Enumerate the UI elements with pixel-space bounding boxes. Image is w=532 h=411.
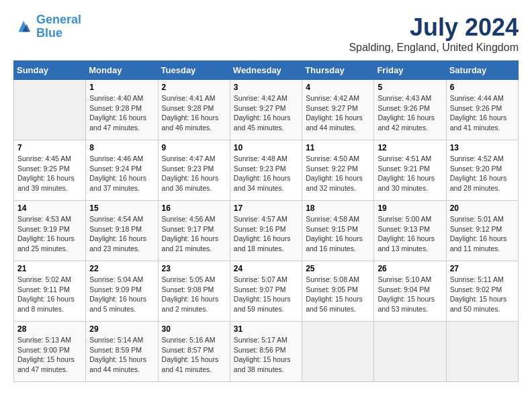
day-info: Sunrise: 4:56 AM Sunset: 9:17 PM Dayligh… [162,214,226,254]
logo-general: General [36,13,81,26]
day-info: Sunrise: 4:48 AM Sunset: 9:23 PM Dayligh… [234,154,298,193]
day-info: Sunrise: 4:50 AM Sunset: 9:22 PM Dayligh… [306,154,370,193]
day-info: Sunrise: 5:01 AM Sunset: 9:12 PM Dayligh… [450,214,515,254]
calendar-cell: 10Sunrise: 4:48 AM Sunset: 9:23 PM Dayli… [230,140,302,201]
day-info: Sunrise: 5:13 AM Sunset: 9:00 PM Dayligh… [17,335,82,375]
day-number: 27 [450,264,515,273]
calendar-cell: 5Sunrise: 4:43 AM Sunset: 9:26 PM Daylig… [374,80,446,140]
calendar-week-4: 21Sunrise: 5:02 AM Sunset: 9:11 PM Dayli… [14,261,519,322]
day-number: 7 [17,143,82,152]
day-info: Sunrise: 4:54 AM Sunset: 9:18 PM Dayligh… [89,214,154,254]
day-info: Sunrise: 4:43 AM Sunset: 9:26 PM Dayligh… [378,93,442,133]
day-number: 8 [89,143,154,152]
day-number: 21 [17,264,82,273]
day-number: 18 [306,203,370,213]
day-number: 15 [89,203,154,213]
weekday-header-tuesday: Tuesday [158,61,230,80]
logo: General Blue [13,13,81,40]
day-info: Sunrise: 4:45 AM Sunset: 9:25 PM Dayligh… [17,154,82,193]
calendar-cell: 31Sunrise: 5:17 AM Sunset: 8:56 PM Dayli… [230,322,302,382]
day-number: 29 [89,324,154,334]
calendar-cell: 9Sunrise: 4:47 AM Sunset: 9:23 PM Daylig… [158,140,230,201]
calendar-week-5: 28Sunrise: 5:13 AM Sunset: 9:00 PM Dayli… [14,322,519,382]
calendar-cell: 22Sunrise: 5:04 AM Sunset: 9:09 PM Dayli… [86,261,158,322]
logo-icon [13,17,34,37]
calendar-cell [302,322,374,382]
day-number: 5 [378,83,442,92]
day-number: 11 [306,143,370,152]
day-info: Sunrise: 5:04 AM Sunset: 9:09 PM Dayligh… [89,275,154,314]
calendar-cell: 8Sunrise: 4:46 AM Sunset: 9:24 PM Daylig… [86,140,158,201]
day-number: 26 [378,264,442,273]
calendar-week-1: 1Sunrise: 4:40 AM Sunset: 9:28 PM Daylig… [14,80,519,140]
calendar-cell: 1Sunrise: 4:40 AM Sunset: 9:28 PM Daylig… [86,80,158,140]
day-info: Sunrise: 4:42 AM Sunset: 9:27 PM Dayligh… [234,93,298,133]
day-info: Sunrise: 4:44 AM Sunset: 9:26 PM Dayligh… [450,93,515,133]
day-info: Sunrise: 5:00 AM Sunset: 9:13 PM Dayligh… [378,214,442,254]
calendar-cell: 13Sunrise: 4:52 AM Sunset: 9:20 PM Dayli… [446,140,518,201]
weekday-header-sunday: Sunday [14,61,86,80]
day-info: Sunrise: 4:41 AM Sunset: 9:28 PM Dayligh… [162,93,226,133]
day-info: Sunrise: 4:42 AM Sunset: 9:27 PM Dayligh… [306,93,370,133]
day-info: Sunrise: 4:46 AM Sunset: 9:24 PM Dayligh… [89,154,154,193]
day-number: 13 [450,143,515,152]
day-number: 22 [89,264,154,273]
day-number: 16 [162,203,226,213]
day-info: Sunrise: 5:05 AM Sunset: 9:08 PM Dayligh… [162,275,226,314]
location-title: Spalding, England, United Kingdom [349,42,519,54]
logo-blue: Blue [36,26,62,40]
day-number: 4 [306,83,370,92]
day-info: Sunrise: 4:53 AM Sunset: 9:19 PM Dayligh… [17,214,82,254]
day-info: Sunrise: 5:10 AM Sunset: 9:04 PM Dayligh… [378,275,442,314]
day-number: 31 [234,324,298,334]
calendar-cell: 3Sunrise: 4:42 AM Sunset: 9:27 PM Daylig… [230,80,302,140]
calendar-cell: 11Sunrise: 4:50 AM Sunset: 9:22 PM Dayli… [302,140,374,201]
title-area: July 2024 Spalding, England, United King… [349,13,519,54]
calendar-cell [14,80,86,140]
day-number: 9 [162,143,226,152]
day-number: 30 [162,324,226,334]
day-number: 20 [450,203,515,213]
calendar-header-row: SundayMondayTuesdayWednesdayThursdayFrid… [14,61,519,80]
weekday-header-monday: Monday [86,61,158,80]
day-info: Sunrise: 5:08 AM Sunset: 9:05 PM Dayligh… [306,275,370,314]
calendar-cell: 17Sunrise: 4:57 AM Sunset: 9:16 PM Dayli… [230,201,302,261]
calendar-cell: 30Sunrise: 5:16 AM Sunset: 8:57 PM Dayli… [158,322,230,382]
calendar-cell: 4Sunrise: 4:42 AM Sunset: 9:27 PM Daylig… [302,80,374,140]
weekday-header-saturday: Saturday [446,61,518,80]
day-number: 12 [378,143,442,152]
calendar-table: SundayMondayTuesdayWednesdayThursdayFrid… [13,60,519,382]
calendar-cell: 6Sunrise: 4:44 AM Sunset: 9:26 PM Daylig… [446,80,518,140]
day-info: Sunrise: 5:16 AM Sunset: 8:57 PM Dayligh… [162,335,226,375]
day-info: Sunrise: 5:07 AM Sunset: 9:07 PM Dayligh… [234,275,298,314]
calendar-cell: 26Sunrise: 5:10 AM Sunset: 9:04 PM Dayli… [374,261,446,322]
calendar-cell: 24Sunrise: 5:07 AM Sunset: 9:07 PM Dayli… [230,261,302,322]
day-info: Sunrise: 5:02 AM Sunset: 9:11 PM Dayligh… [17,275,82,314]
day-number: 3 [234,83,298,92]
calendar-cell: 19Sunrise: 5:00 AM Sunset: 9:13 PM Dayli… [374,201,446,261]
day-number: 2 [162,83,226,92]
day-number: 14 [17,203,82,213]
calendar-cell: 28Sunrise: 5:13 AM Sunset: 9:00 PM Dayli… [14,322,86,382]
day-info: Sunrise: 4:58 AM Sunset: 9:15 PM Dayligh… [306,214,370,254]
day-number: 10 [234,143,298,152]
day-info: Sunrise: 4:47 AM Sunset: 9:23 PM Dayligh… [162,154,226,193]
weekday-header-wednesday: Wednesday [230,61,302,80]
day-number: 1 [89,83,154,92]
calendar-cell: 21Sunrise: 5:02 AM Sunset: 9:11 PM Dayli… [14,261,86,322]
calendar-cell: 25Sunrise: 5:08 AM Sunset: 9:05 PM Dayli… [302,261,374,322]
calendar-cell: 14Sunrise: 4:53 AM Sunset: 9:19 PM Dayli… [14,201,86,261]
calendar-cell: 29Sunrise: 5:14 AM Sunset: 8:59 PM Dayli… [86,322,158,382]
day-info: Sunrise: 4:40 AM Sunset: 9:28 PM Dayligh… [89,93,154,133]
calendar-cell: 20Sunrise: 5:01 AM Sunset: 9:12 PM Dayli… [446,201,518,261]
calendar-cell: 7Sunrise: 4:45 AM Sunset: 9:25 PM Daylig… [14,140,86,201]
calendar-week-3: 14Sunrise: 4:53 AM Sunset: 9:19 PM Dayli… [14,201,519,261]
calendar-cell [374,322,446,382]
day-number: 23 [162,264,226,273]
day-info: Sunrise: 4:52 AM Sunset: 9:20 PM Dayligh… [450,154,515,193]
calendar-cell: 18Sunrise: 4:58 AM Sunset: 9:15 PM Dayli… [302,201,374,261]
day-number: 25 [306,264,370,273]
calendar-cell [446,322,518,382]
calendar-cell: 27Sunrise: 5:11 AM Sunset: 9:02 PM Dayli… [446,261,518,322]
day-number: 17 [234,203,298,213]
